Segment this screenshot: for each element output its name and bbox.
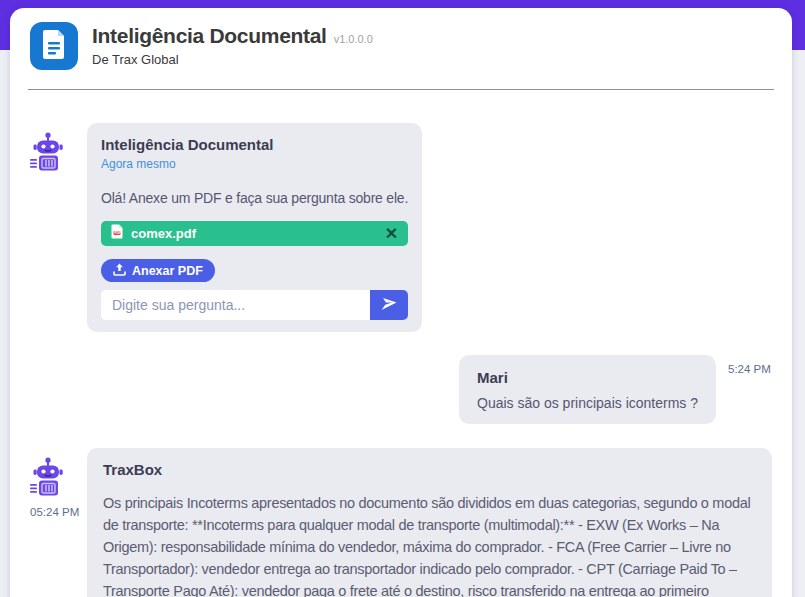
attach-pdf-label: Anexar PDF — [132, 264, 203, 278]
chat-area: Inteligência Documental Agora mesmo Olá!… — [10, 90, 792, 597]
attachment-chip: PDF comex.pdf ✕ — [101, 221, 408, 246]
svg-text:PDF: PDF — [114, 231, 121, 235]
attachment-filename: comex.pdf — [131, 226, 196, 241]
bot-answer-row: 05:24 PM TraxBox Os principais Incoterms… — [30, 448, 772, 597]
upload-icon — [113, 263, 126, 279]
user-sender-name: Mari — [477, 369, 698, 386]
app-version: v1.0.0.0 — [334, 33, 373, 45]
bot-answer-text: Os principais Incoterms apresentados no … — [103, 492, 756, 597]
user-message-bubble: Mari Quais são os principais iconterms ? — [459, 355, 716, 424]
robot-avatar-icon — [30, 457, 87, 501]
pdf-file-icon: PDF — [111, 224, 123, 243]
attach-pdf-button[interactable]: Anexar PDF — [101, 259, 215, 282]
user-message-timestamp: 5:24 PM — [728, 363, 772, 375]
app-logo — [30, 22, 78, 70]
app-header: Inteligência Documental v1.0.0.0 De Trax… — [10, 8, 792, 70]
send-icon — [380, 295, 398, 316]
app-header-titles: Inteligência Documental v1.0.0.0 De Trax… — [92, 22, 373, 67]
bot-answer-timestamp: 05:24 PM — [30, 506, 87, 518]
document-icon — [41, 29, 67, 63]
user-message-text: Quais são os principais iconterms ? — [477, 395, 698, 411]
close-icon[interactable]: ✕ — [385, 226, 398, 242]
bot-sender-name: Inteligência Documental — [101, 136, 408, 153]
bot-answer-bubble: TraxBox Os principais Incoterms apresent… — [87, 448, 772, 597]
bot-intro-text: Olá! Anexe um PDF e faça sua pergunta so… — [101, 190, 408, 206]
question-input[interactable] — [101, 290, 370, 320]
user-message-row: Mari Quais são os principais iconterms ?… — [30, 355, 772, 424]
bot-answer-sender: TraxBox — [103, 461, 756, 478]
bot-intro-bubble: Inteligência Documental Agora mesmo Olá!… — [87, 123, 422, 332]
send-button[interactable] — [370, 290, 408, 320]
app-window: Inteligência Documental v1.0.0.0 De Trax… — [10, 8, 792, 597]
bot-intro-row: Inteligência Documental Agora mesmo Olá!… — [30, 123, 772, 332]
app-publisher: De Trax Global — [92, 52, 373, 67]
bot-avatar-column — [30, 123, 87, 176]
bot-avatar-column: 05:24 PM — [30, 448, 87, 518]
app-title: Inteligência Documental — [92, 24, 327, 48]
message-time-label: Agora mesmo — [101, 157, 408, 171]
question-input-row — [101, 290, 408, 320]
robot-avatar-icon — [30, 132, 87, 176]
